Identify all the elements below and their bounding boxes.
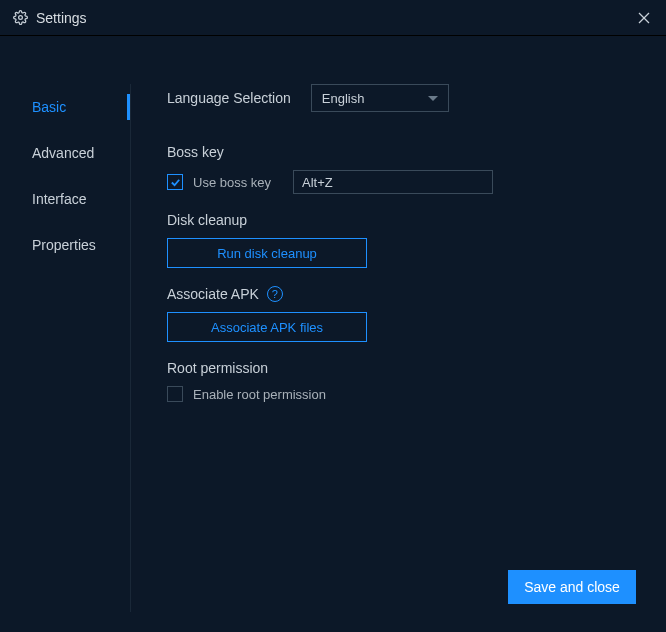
- titlebar: Settings: [0, 0, 666, 36]
- sidebar: Basic Advanced Interface Properties: [0, 36, 130, 632]
- run-disk-cleanup-button[interactable]: Run disk cleanup: [167, 238, 367, 268]
- language-label: Language Selection: [167, 90, 291, 106]
- sidebar-item-label: Properties: [32, 237, 96, 253]
- sidebar-item-basic[interactable]: Basic: [0, 84, 130, 130]
- sidebar-item-label: Interface: [32, 191, 86, 207]
- button-label: Associate APK files: [211, 320, 323, 335]
- root-checkbox[interactable]: [167, 386, 183, 402]
- bosskey-header: Boss key: [167, 144, 636, 160]
- sidebar-item-properties[interactable]: Properties: [0, 222, 130, 268]
- button-label: Save and close: [524, 579, 620, 595]
- close-icon[interactable]: [634, 8, 654, 28]
- window-title: Settings: [36, 10, 87, 26]
- root-checkbox-label: Enable root permission: [193, 387, 326, 402]
- sidebar-item-label: Advanced: [32, 145, 94, 161]
- button-label: Run disk cleanup: [217, 246, 317, 261]
- language-value: English: [322, 91, 428, 106]
- sidebar-item-interface[interactable]: Interface: [0, 176, 130, 222]
- associate-apk-button[interactable]: Associate APK files: [167, 312, 367, 342]
- language-select[interactable]: English: [311, 84, 449, 112]
- root-header: Root permission: [167, 360, 636, 376]
- gear-icon: [12, 10, 28, 26]
- chevron-down-icon: [428, 96, 438, 101]
- svg-point-0: [18, 16, 22, 20]
- disk-header: Disk cleanup: [167, 212, 636, 228]
- bosskey-checkbox-label: Use boss key: [193, 175, 271, 190]
- bosskey-checkbox[interactable]: [167, 174, 183, 190]
- main-panel: Language Selection English Boss key Use …: [131, 36, 666, 632]
- sidebar-item-advanced[interactable]: Advanced: [0, 130, 130, 176]
- sidebar-item-label: Basic: [32, 99, 66, 115]
- apk-header: Associate APK: [167, 286, 259, 302]
- help-icon[interactable]: ?: [267, 286, 283, 302]
- bosskey-shortcut-input[interactable]: [293, 170, 493, 194]
- save-and-close-button[interactable]: Save and close: [508, 570, 636, 604]
